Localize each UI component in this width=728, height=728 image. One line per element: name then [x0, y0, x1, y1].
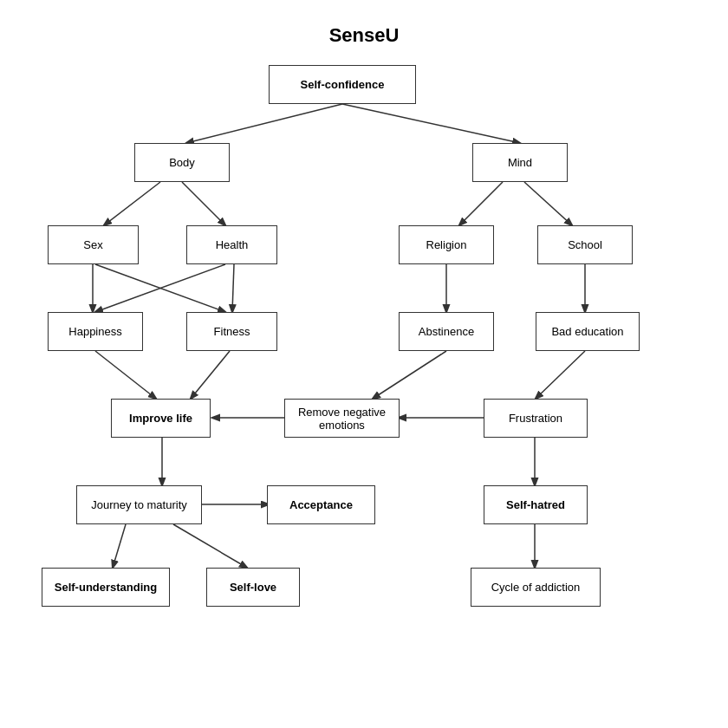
svg-line-9	[232, 264, 234, 312]
svg-line-7	[95, 264, 225, 312]
svg-line-1	[342, 104, 520, 143]
node-self-hatred: Self-hatred	[484, 485, 588, 524]
node-happiness: Happiness	[48, 312, 143, 351]
diagram-title: SenseU	[0, 24, 728, 47]
diagram-container: SenseU	[0, 0, 728, 728]
svg-line-23	[173, 524, 247, 568]
node-bad-education: Bad education	[536, 312, 640, 351]
arrows-svg	[0, 0, 728, 728]
svg-line-8	[95, 264, 225, 312]
svg-line-22	[113, 524, 126, 568]
node-school: School	[537, 225, 633, 264]
node-self-love: Self-love	[206, 568, 300, 607]
node-mind: Mind	[472, 143, 568, 182]
svg-line-15	[536, 351, 585, 399]
svg-line-5	[524, 182, 572, 225]
node-acceptance: Acceptance	[267, 485, 375, 524]
svg-line-2	[104, 182, 160, 225]
node-improve-life: Improve life	[111, 399, 211, 438]
svg-line-4	[459, 182, 503, 225]
svg-line-12	[95, 351, 156, 399]
node-body: Body	[134, 143, 230, 182]
node-abstinence: Abstinence	[399, 312, 494, 351]
node-cycle-addiction: Cycle of addiction	[471, 568, 601, 607]
svg-line-14	[373, 351, 446, 399]
node-remove-negative: Remove negative emotions	[284, 399, 400, 438]
node-religion: Religion	[399, 225, 494, 264]
node-frustration: Frustration	[484, 399, 588, 438]
node-journey-maturity: Journey to maturity	[76, 485, 202, 524]
node-self-confidence: Self-confidence	[269, 65, 416, 104]
node-fitness: Fitness	[186, 312, 277, 351]
svg-line-0	[186, 104, 342, 143]
node-self-understanding: Self-understanding	[42, 568, 170, 607]
svg-line-3	[182, 182, 225, 225]
node-health: Health	[186, 225, 277, 264]
node-sex: Sex	[48, 225, 139, 264]
svg-line-13	[191, 351, 230, 399]
